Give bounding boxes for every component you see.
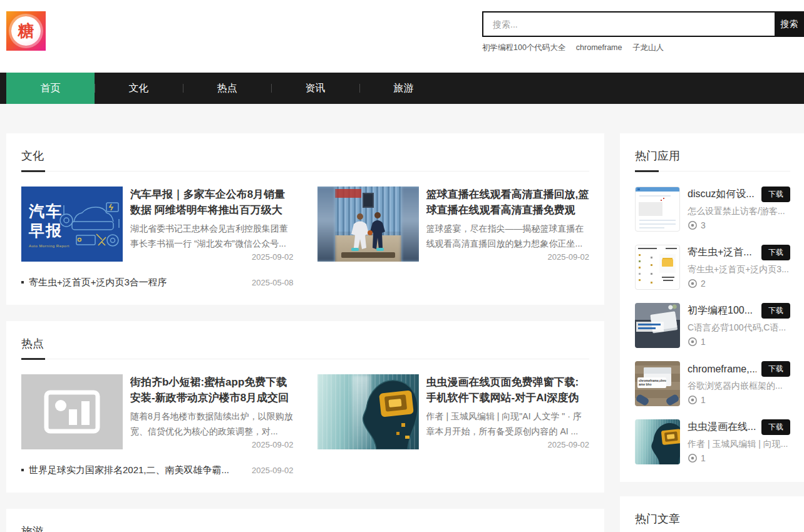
article-image-placeholder[interactable] — [21, 374, 123, 449]
news-list-item[interactable]: 世界足球实力国家排名2021,二、南美双雄争霸... 2025-09-02 — [21, 461, 294, 479]
sidebar-title: 热门文章 — [635, 511, 790, 526]
article-auto-report[interactable]: 汽车 早报 Auto Morning Report — [21, 187, 294, 262]
app-title[interactable]: 虫虫漫画在线... — [688, 421, 756, 434]
logo-character: 糖 — [18, 20, 34, 42]
news-list-item[interactable]: 寄生虫+泛首页+泛内页3合一程序 2025-05-08 — [21, 273, 294, 292]
article-title[interactable]: 街拍齐b小短裙:蜜桔app免费下载安装-新政带动京沪楼市8月成交回升... — [130, 374, 294, 406]
views-eye-icon — [688, 395, 698, 405]
section-title: 文化 — [21, 148, 589, 163]
views-eye-icon — [688, 279, 698, 289]
app-desc: 怎么设置禁止访客/游客... — [688, 206, 790, 217]
app-item-coding[interactable]: 初学编程100... 下载 C语言必背100代码,C语... 1 — [635, 303, 790, 348]
app-item-parasite[interactable]: 寄生虫+泛首... 下载 寄生虫+泛首页+泛内页3... 2 — [635, 245, 790, 290]
ai-head-art — [344, 374, 419, 449]
site-logo[interactable]: 糖 — [6, 11, 46, 51]
article-image-ai-head[interactable] — [317, 374, 419, 449]
content: 文化 汽车 早报 Auto Morning Report — [0, 133, 804, 532]
app-desc: C语言必背100代码,C语... — [688, 322, 790, 334]
views-count: 1 — [701, 453, 706, 463]
download-button[interactable]: 下载 — [761, 419, 790, 435]
sidebar-hot-apps: 热门应用 — [620, 133, 804, 482]
news-link[interactable]: 寄生虫+泛首页+泛内页3合一程序 — [29, 277, 243, 289]
app-item-discuz[interactable]: discuz如何设... 下载 怎么设置禁止访客/游客... 3 — [635, 187, 790, 232]
views-eye-icon — [688, 453, 698, 463]
article-title[interactable]: 虫虫漫画在线页面免费弹窗下载:手机软件下载网站-对于AI深度伪造... — [426, 374, 590, 406]
ai-head-art-small — [640, 419, 680, 464]
hot-search-links: 初学编程100个代码大全 chromeframe 子龙山人 — [482, 43, 804, 53]
article-ai[interactable]: 虫虫漫画在线页面免费弹窗下载:手机软件下载网站-对于AI深度伪造... 作者 |… — [317, 374, 590, 449]
search-input[interactable] — [482, 11, 775, 37]
article-date: 2025-09-02 — [130, 440, 294, 449]
auto-report-line1: 汽车 — [29, 202, 63, 221]
search-button[interactable]: 搜索 — [775, 11, 804, 37]
section-title: 热点 — [21, 336, 589, 351]
section-header: 旅游 — [21, 524, 589, 532]
app-item-chromeframe[interactable]: chromeframe,chromefr ame bho chromeframe… — [635, 361, 790, 406]
nav-item-home[interactable]: 首页 — [6, 73, 95, 104]
section-title: 旅游 — [21, 524, 589, 532]
app-thumbnail-laptop[interactable]: chromeframe,chromefr ame bho — [635, 361, 680, 406]
article-desc: 随着8月各地楼市数据陆续出炉，以限购放宽、信贷优化为核心的政策调整，对... — [130, 409, 294, 439]
views-count: 1 — [701, 337, 706, 347]
article-date: 2025-09-02 — [426, 252, 590, 262]
chromeframe-label: chromeframe,chromefr ame bho — [637, 377, 666, 388]
search-area: 搜索 初学编程100个代码大全 chromeframe 子龙山人 — [482, 11, 804, 53]
site-header: 糖 搜索 初学编程100个代码大全 chromeframe 子龙山人 — [0, 0, 804, 73]
app-views: 1 — [688, 453, 790, 463]
views-eye-icon — [688, 220, 698, 230]
app-desc: 谷歌浏览器内嵌框架的... — [688, 381, 790, 392]
nav-item-news[interactable]: 资讯 — [271, 73, 359, 104]
section-travel: 旅游 — [6, 509, 604, 532]
app-title[interactable]: chromeframe,... — [688, 364, 756, 375]
app-title[interactable]: 寄生虫+泛首... — [688, 246, 752, 259]
basketball-players-art — [346, 212, 390, 253]
article-title[interactable]: 篮球直播在线观看高清直播回放,篮球直播在线观看高清直播免费观看... — [426, 187, 590, 218]
app-thumbnail-discuz[interactable] — [635, 187, 680, 232]
app-views: 2 — [688, 279, 790, 289]
views-eye-icon — [688, 337, 698, 347]
app-views: 1 — [688, 395, 790, 405]
news-date: 2025-09-02 — [252, 466, 294, 475]
app-thumbnail-files[interactable] — [635, 245, 680, 290]
article-street[interactable]: 街拍齐b小短裙:蜜桔app免费下载安装-新政带动京沪楼市8月成交回升... 随着… — [21, 374, 294, 449]
views-count: 2 — [701, 279, 706, 289]
article-desc: 作者 | 玉城风编辑 | 向现"AI 人文学 " · 序章本月开始，所有备受原创… — [426, 409, 590, 439]
page: 糖 搜索 初学编程100个代码大全 chromeframe 子龙山人 首页 文化… — [0, 0, 804, 532]
logo-circle: 糖 — [11, 16, 41, 46]
section-culture: 文化 汽车 早报 Auto Morning Report — [6, 133, 604, 305]
nav-item-hot[interactable]: 热点 — [183, 73, 271, 104]
section-header: 文化 — [21, 148, 589, 171]
main-nav: 首页 文化 热点 资讯 旅游 — [0, 73, 804, 104]
sidebar-title: 热门应用 — [635, 148, 790, 163]
download-button[interactable]: 下载 — [761, 245, 790, 260]
download-button[interactable]: 下载 — [761, 361, 790, 377]
auto-report-line2: 早报 — [29, 221, 63, 240]
bullet-icon — [21, 281, 24, 284]
app-title[interactable]: 初学编程100... — [688, 304, 753, 317]
hot-link-2[interactable]: chromeframe — [576, 43, 622, 52]
views-count: 1 — [701, 395, 706, 405]
article-image-basketball[interactable] — [317, 187, 419, 262]
download-button[interactable]: 下载 — [761, 187, 790, 202]
app-views: 3 — [688, 220, 790, 230]
article-title[interactable]: 汽车早报｜多家车企公布8月销量数据 阿维塔明年将推出百万级大六... — [130, 187, 294, 218]
article-image-auto-report[interactable]: 汽车 早报 Auto Morning Report — [21, 187, 123, 262]
sidebar-header: 热门应用 — [635, 148, 790, 171]
app-desc: 作者 | 玉城风编辑 | 向现... — [688, 439, 790, 450]
hot-link-3[interactable]: 子龙山人 — [632, 43, 664, 52]
nav-item-travel[interactable]: 旅游 — [359, 73, 448, 104]
section-header: 热点 — [21, 336, 589, 359]
news-link[interactable]: 世界足球实力国家排名2021,二、南美双雄争霸... — [29, 464, 243, 476]
article-date: 2025-09-02 — [130, 252, 294, 262]
download-button[interactable]: 下载 — [761, 303, 790, 319]
article-basketball[interactable]: 篮球直播在线观看高清直播回放,篮球直播在线观看高清直播免费观看... 篮球盛宴，… — [317, 187, 590, 262]
app-thumbnail-ai[interactable] — [635, 419, 680, 464]
article-desc: 篮球盛宴，尽在指尖——揭秘篮球直播在线观看高清直播回放的魅力想象你正坐... — [426, 221, 590, 251]
hot-link-1[interactable]: 初学编程100个代码大全 — [482, 43, 565, 52]
app-thumbnail-desk[interactable] — [635, 303, 680, 348]
sidebar-hot-articles: 热门文章 — [620, 496, 804, 532]
app-title[interactable]: discuz如何设... — [688, 188, 755, 201]
section-hot: 热点 街拍齐b小短裙:蜜桔app免费下载 — [6, 321, 604, 493]
nav-item-culture[interactable]: 文化 — [95, 73, 183, 104]
app-item-comic[interactable]: 虫虫漫画在线... 下载 作者 | 玉城风编辑 | 向现... 1 — [635, 419, 790, 464]
